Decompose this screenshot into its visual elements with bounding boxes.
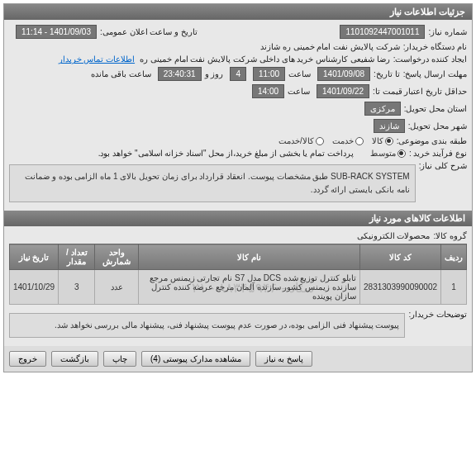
buy-process-note: پرداخت تمام یا بخشی از مبلغ خرید،از محل … <box>98 149 354 158</box>
radio-medium[interactable]: متوسط <box>370 149 406 158</box>
cell-unit: عدد <box>95 270 138 305</box>
radio-kala-khedmat[interactable]: کالا/خدمت <box>278 136 324 145</box>
panel-body-1: شماره نیاز: 1101092447001011 تاریخ و ساع… <box>4 20 472 211</box>
buyer-name-label: نام دستگاه خریدار: <box>403 42 467 51</box>
back-button[interactable]: بازگشت <box>51 351 98 367</box>
deadline-date: 1401/09/08 <box>317 67 370 81</box>
validity-label: حداقل تاریخ اعتبار قیمت تا: <box>373 87 467 96</box>
panel-header-2: اطلاعات کالاهای مورد نیاز <box>4 211 472 226</box>
th-idx: ردیف <box>441 244 467 270</box>
radio-dot-icon <box>316 137 324 145</box>
province-label: استان محل تحویل: <box>404 104 467 113</box>
radio-dot-icon <box>355 137 364 145</box>
radio-kala-label: کالا <box>372 136 383 145</box>
respond-button[interactable]: پاسخ به نیاز <box>255 351 313 367</box>
cell-name-text: تابلو کنترل توزیع شده DCS مدل S7 نام تجا… <box>150 273 356 301</box>
main-desc-text: SUB-RACK SYSTEM طبق مشخصات پیوست. انعقاد… <box>9 164 416 202</box>
radio-khedmat[interactable]: خدمت <box>332 136 364 145</box>
attachments-button[interactable]: مشاهده مدارک پیوستی (4) <box>141 351 250 367</box>
radio-kala-khedmat-label: کالا/خدمت <box>278 136 314 145</box>
th-name: نام کالا <box>138 244 359 270</box>
radio-dot-icon <box>385 137 393 145</box>
cell-date: 1401/10/29 <box>10 270 59 305</box>
panel-header-1: جزئیات اطلاعات نیاز <box>4 4 472 20</box>
province-value: مرکزی <box>364 102 401 116</box>
explain-label: توضیحات خریدار: <box>408 310 467 319</box>
cell-qty: 3 <box>59 270 95 305</box>
deadline-ta-label: تا تاریخ: <box>374 69 400 78</box>
group-value: محصولات الکترونیکی <box>357 231 431 240</box>
remain-suffix: ساعت باقی مانده <box>91 69 151 78</box>
table-row[interactable]: 1 2831303990090002 تابلو کنترل توزیع شده… <box>10 270 467 305</box>
contact-info-link[interactable]: اطلاعات تماس خریدار <box>59 55 136 64</box>
validity-date: 1401/09/22 <box>317 84 369 98</box>
th-unit: واحد شمارش <box>95 244 138 270</box>
explain-text: پیوست پیشنهاد فنی الزامی بوده، در صورت ع… <box>9 313 405 338</box>
buy-process-radio-group: متوسط <box>370 149 406 158</box>
table-header-row: ردیف کد کالا نام کالا واحد شمارش تعداد /… <box>10 244 467 270</box>
validity-time-label: ساعت <box>288 87 310 96</box>
deadline-time: 11:00 <box>253 67 285 81</box>
print-button[interactable]: چاپ <box>103 351 136 367</box>
panel-body-2: گروه کالا: محصولات الکترونیکی ردیف کد کا… <box>4 226 472 346</box>
need-number-label: شماره نیاز: <box>428 27 467 36</box>
items-table: ردیف کد کالا نام کالا واحد شمارش تعداد /… <box>9 244 467 305</box>
need-details-panel: جزئیات اطلاعات نیاز شماره نیاز: 11010924… <box>3 3 473 372</box>
city-value: شازند <box>374 119 405 133</box>
exit-button[interactable]: خروج <box>9 351 46 367</box>
remain-time: 23:40:31 <box>158 67 202 81</box>
deadline-send-label: مهلت ارسال پاسخ: <box>403 69 467 78</box>
category-radio-group: کالا خدمت کالا/خدمت <box>278 136 393 145</box>
requester-value: رضا شفیعی کارشناس خرید های داخلی شرکت پا… <box>140 55 390 64</box>
radio-dot-icon <box>397 149 406 158</box>
th-qty: تعداد / مقدار <box>59 244 95 270</box>
radio-medium-label: متوسط <box>370 149 396 158</box>
category-label: طبقه بندی موضوعی: <box>397 136 467 145</box>
button-bar: پاسخ به نیاز مشاهده مدارک پیوستی (4) چاپ… <box>4 346 472 372</box>
requester-label: ایجاد کننده درخواست: <box>393 55 467 64</box>
buyer-name-value: شرکت پالایش نفت امام خمینی ره شازند <box>260 42 400 51</box>
announce-label: تاریخ و ساعت اعلان عمومی: <box>100 27 198 36</box>
deadline-time-label: ساعت <box>288 69 311 78</box>
need-number-value: 1101092447001011 <box>340 25 425 39</box>
main-desc-label: شرح کلی نیاز: <box>419 161 467 170</box>
cell-name: تابلو کنترل توزیع شده DCS مدل S7 نام تجا… <box>138 270 359 305</box>
city-label: شهر محل تحویل: <box>408 121 467 130</box>
group-label: گروه کالا: <box>433 231 467 240</box>
announce-value: 1401/09/03 - 11:14 <box>16 25 97 39</box>
buy-process-label: نوع فرآیند خرید : <box>409 149 467 158</box>
remain-days-label: روز و <box>205 69 224 78</box>
th-date: تاریخ نیاز <box>10 244 59 270</box>
th-code: کد کالا <box>360 244 441 270</box>
validity-time: 14:00 <box>252 84 284 98</box>
cell-code: 2831303990090002 <box>360 270 441 305</box>
radio-kala[interactable]: کالا <box>372 136 393 145</box>
radio-khedmat-label: خدمت <box>332 136 354 145</box>
remain-days: 4 <box>230 67 246 81</box>
cell-idx: 1 <box>441 270 467 305</box>
